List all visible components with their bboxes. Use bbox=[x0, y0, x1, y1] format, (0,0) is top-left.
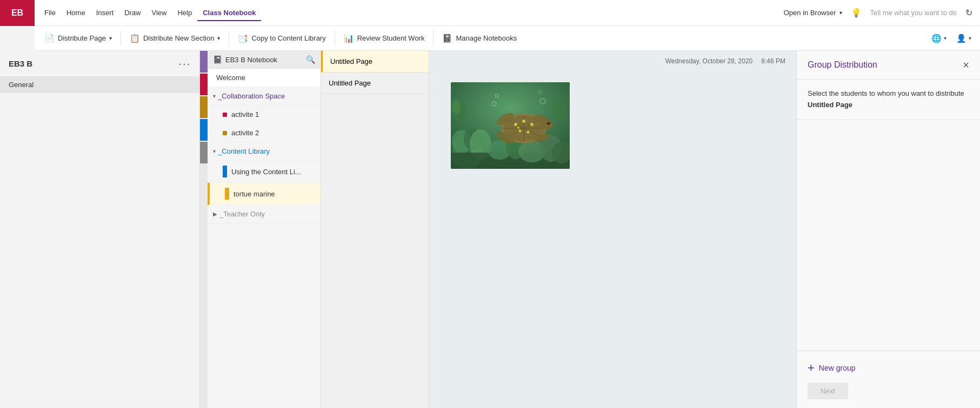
chevron-down-icon: ▾ bbox=[839, 10, 842, 16]
dropdown-icon4: ▾ bbox=[969, 35, 971, 41]
svg-point-27 bbox=[519, 130, 522, 133]
menu-bar: File Home Insert Draw View Help Class No… bbox=[35, 0, 980, 26]
svg-point-29 bbox=[517, 127, 519, 129]
sidebar-section-general[interactable]: General bbox=[0, 76, 199, 93]
review-work-icon: 📊 bbox=[344, 34, 354, 43]
tree-item-tortue-marine[interactable]: tortue marine bbox=[208, 183, 321, 205]
menu-item-draw[interactable]: Draw bbox=[119, 5, 146, 20]
globe-btn[interactable]: 🌐 ▾ bbox=[927, 30, 951, 47]
tree-section-content-library[interactable]: ▾ _Content Library bbox=[208, 142, 321, 161]
open-browser-btn[interactable]: Open in Browser ▾ bbox=[778, 5, 848, 20]
notebook-icon: 📓 bbox=[213, 55, 222, 64]
notebook-search-icon[interactable]: 🔍 bbox=[306, 55, 315, 64]
sidebar-title: EB3 B bbox=[9, 59, 32, 68]
content-date: Wednesday, October 28, 2020 8:46 PM bbox=[429, 51, 796, 71]
copy-library-btn[interactable]: 📑 Copy to Content Library bbox=[232, 30, 331, 47]
manage-notebooks-icon: 📓 bbox=[442, 34, 452, 43]
plus-icon: + bbox=[808, 362, 815, 374]
collapse-icon-library: ▾ bbox=[213, 148, 216, 154]
group-panel-title: Group Distribution bbox=[808, 60, 877, 70]
tree-item-activite2[interactable]: activite 2 bbox=[208, 124, 321, 142]
content-image bbox=[451, 82, 570, 169]
page-item-2[interactable]: Untitled Page bbox=[321, 73, 429, 94]
group-panel-close-btn[interactable]: × bbox=[963, 60, 969, 70]
distribute-section-icon: 📋 bbox=[130, 34, 140, 43]
svg-point-35 bbox=[452, 99, 461, 114]
menu-item-view[interactable]: View bbox=[146, 5, 172, 20]
svg-point-36 bbox=[551, 98, 566, 120]
svg-point-25 bbox=[522, 120, 525, 123]
tree-item-welcome[interactable]: Welcome bbox=[208, 69, 321, 87]
sidebar-more-icon[interactable]: ··· bbox=[178, 57, 191, 70]
refresh-icon[interactable]: ↻ bbox=[962, 4, 976, 21]
lightbulb-icon: 💡 bbox=[848, 8, 865, 18]
dropdown-icon3: ▾ bbox=[944, 35, 946, 41]
distribute-page-icon: 📄 bbox=[44, 34, 55, 43]
dropdown-icon: ▾ bbox=[109, 35, 112, 41]
section-collab-label: _Collaboration Space bbox=[218, 92, 285, 100]
tree-section-collab[interactable]: ▾ _Collaboration Space bbox=[208, 87, 321, 106]
dropdown-icon2: ▾ bbox=[217, 35, 220, 41]
review-work-btn[interactable]: 📊 Review Student Work bbox=[338, 30, 430, 47]
distribute-page-btn[interactable]: 📄 Distribute Page ▾ bbox=[39, 30, 117, 47]
student-list-area bbox=[797, 120, 980, 351]
expand-icon-teacher: ▶ bbox=[213, 211, 217, 217]
globe-icon: 🌐 bbox=[931, 34, 942, 43]
menu-item-home[interactable]: Home bbox=[61, 5, 91, 20]
pages-panel: Untitled Page Untitled Page bbox=[321, 51, 429, 408]
avatar[interactable]: EB bbox=[0, 0, 35, 26]
next-btn[interactable]: Next bbox=[808, 383, 848, 399]
tree-item-activite1[interactable]: activite 1 bbox=[208, 106, 321, 124]
toolbar: 📄 Distribute Page ▾ 📋 Distribute New Sec… bbox=[35, 26, 980, 51]
user-icon: 👤 bbox=[956, 34, 966, 43]
svg-point-24 bbox=[514, 123, 517, 126]
left-sidebar: EB3 B ··· General bbox=[0, 51, 200, 408]
group-panel-page-name: Untitled Page bbox=[808, 101, 852, 109]
content-body[interactable] bbox=[429, 71, 796, 408]
copy-library-icon: 📑 bbox=[238, 34, 248, 43]
tell-me-input[interactable]: Tell me what you want to do bbox=[865, 5, 962, 20]
menu-item-help[interactable]: Help bbox=[172, 5, 197, 20]
tree-section-teacher-only[interactable]: ▶ _Teacher Only bbox=[208, 205, 321, 223]
content-area: Wednesday, October 28, 2020 8:46 PM bbox=[429, 51, 796, 408]
group-distribution-panel: Group Distribution × Select the students… bbox=[796, 51, 980, 408]
distribute-section-btn[interactable]: 📋 Distribute New Section ▾ bbox=[124, 30, 226, 47]
menu-item-insert[interactable]: Insert bbox=[91, 5, 119, 20]
menu-item-class-notebook[interactable]: Class Notebook bbox=[197, 5, 261, 21]
section-library-label: _Content Library bbox=[218, 147, 270, 155]
section-teacher-label: _Teacher Only bbox=[219, 210, 265, 218]
notebook-title: EB3 B Notebook bbox=[225, 56, 277, 64]
menu-item-file[interactable]: File bbox=[39, 5, 61, 20]
svg-point-26 bbox=[530, 123, 534, 126]
new-group-btn[interactable]: + New group bbox=[808, 360, 856, 376]
page-item-1[interactable]: Untitled Page bbox=[321, 51, 429, 73]
sections-panel: 📓 EB3 B Notebook 🔍 Welcome ▾ _Collaborat… bbox=[208, 51, 321, 408]
user-settings-btn[interactable]: 👤 ▾ bbox=[952, 30, 976, 47]
svg-point-28 bbox=[527, 131, 530, 134]
manage-notebooks-btn[interactable]: 📓 Manage Notebooks bbox=[437, 30, 522, 47]
collapse-icon-collab: ▾ bbox=[213, 93, 216, 99]
group-panel-description: Select the students to whom you want to … bbox=[797, 80, 980, 120]
tree-item-using-content[interactable]: Using the Content Li... bbox=[208, 161, 321, 183]
svg-point-19 bbox=[549, 122, 550, 123]
